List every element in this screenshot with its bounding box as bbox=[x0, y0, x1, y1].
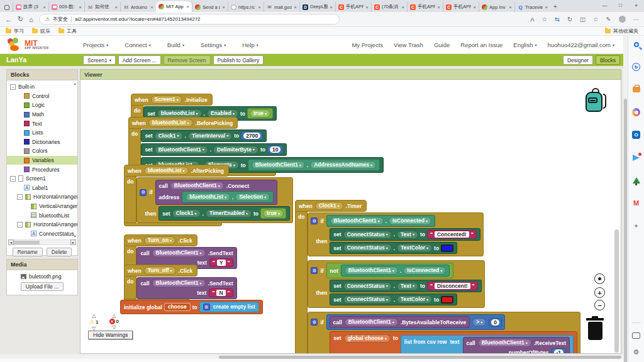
sync-icon[interactable]: ⇆ bbox=[555, 16, 560, 23]
dropdown[interactable]: BluetoothClient1▾ bbox=[155, 146, 208, 154]
add-app-icon[interactable]: + bbox=[631, 221, 641, 230]
tab-close-icon[interactable]: × bbox=[43, 4, 46, 10]
sidebar-settings-icon[interactable]: ⚙ bbox=[631, 348, 641, 357]
tree-app-icon[interactable] bbox=[631, 175, 641, 185]
dropdown[interactable]: TextColor▾ bbox=[397, 244, 432, 252]
browser-tab[interactable]: ✉mail.goo× bbox=[264, 2, 299, 12]
mutator-gear-icon[interactable]: ⚙ bbox=[311, 267, 318, 274]
call-receivetext-block[interactable]: callBluetoothClient1▾.ReceiveText number… bbox=[463, 337, 570, 354]
remove-screen-button[interactable]: Remove Screen bbox=[164, 55, 211, 65]
browser-tab[interactable]: MArduino× bbox=[120, 2, 156, 12]
tab-close-icon[interactable]: × bbox=[473, 4, 476, 10]
menu-settings[interactable]: Settings▾ bbox=[201, 41, 226, 48]
dropdown[interactable]: TimerEnabled▾ bbox=[206, 209, 252, 217]
set-property-block[interactable]: setClock1▾.TimerEnabled▾totrue▾ bbox=[158, 206, 290, 221]
palette-item-variables-selected[interactable]: Variables bbox=[7, 156, 77, 165]
tree-item-bluetoothlist[interactable]: bluetoothList bbox=[7, 211, 77, 220]
browser-tab[interactable]: 故弄 (3× bbox=[13, 2, 48, 12]
new-tab-button[interactable]: + bbox=[550, 2, 560, 12]
tab-close-icon[interactable]: × bbox=[186, 4, 189, 9]
browser-tab[interactable]: M如何使× bbox=[84, 2, 120, 12]
color-block-red[interactable] bbox=[441, 296, 453, 304]
dropdown[interactable]: bluetoothList▾ bbox=[144, 167, 189, 175]
event-block-header[interactable]: whenbluetoothList▾.AfterPicking bbox=[124, 165, 229, 177]
upload-file-button[interactable]: Upload File ... bbox=[21, 282, 64, 291]
tree-item-connectstatus[interactable]: AConnectStatus bbox=[7, 229, 77, 239]
dropdown[interactable]: BluetoothClient1▾ bbox=[330, 217, 384, 225]
number-block[interactable]: 10 bbox=[267, 145, 283, 154]
browser-tab[interactable]: C(70条消× bbox=[371, 2, 407, 12]
dropdown[interactable]: BluetoothClient1▾ bbox=[345, 318, 398, 326]
dropdown[interactable]: BluetoothClient1▾ bbox=[170, 182, 224, 190]
dropdown[interactable]: BluetoothClient1▾ bbox=[345, 266, 398, 275]
text-string-block[interactable]: "Concented!" bbox=[427, 230, 477, 239]
palette-item-control[interactable]: Control bbox=[7, 92, 77, 101]
browser-tab-active[interactable]: MIT App× bbox=[156, 1, 192, 12]
initialize-global-block[interactable]: initialize globalchooseto⚙create empty l… bbox=[120, 300, 263, 314]
set-property-block[interactable]: setBluetoothClient1▾.DelimiterByte▾to10 bbox=[141, 143, 287, 156]
scroll-up-icon[interactable]: ▲ bbox=[74, 82, 77, 85]
set-property-block[interactable]: setConnectStatus▾.TextColor▾to bbox=[330, 293, 457, 305]
mutator-gear-icon[interactable]: ⚙ bbox=[311, 319, 318, 326]
event-block-header[interactable]: whenClock1▾.Timer bbox=[295, 200, 367, 212]
tab-close-icon[interactable]: × bbox=[258, 4, 261, 10]
set-property-block[interactable]: setClock1▾.TimerInterval▾to2700 bbox=[141, 129, 267, 142]
gmail-icon[interactable]: M bbox=[631, 198, 641, 207]
trash-can-icon[interactable] bbox=[586, 316, 604, 343]
center-blocks-icon[interactable] bbox=[594, 273, 605, 284]
if-block[interactable]: ⚙if callBluetoothClient1▾.BytesAvailable… bbox=[308, 312, 580, 354]
dropdown[interactable]: bluetoothList▾ bbox=[148, 119, 193, 127]
palette-item-colors[interactable]: Colors bbox=[7, 146, 77, 156]
collapse-icon[interactable]: - bbox=[10, 84, 16, 90]
dropdown[interactable]: BluetoothClient1▾ bbox=[152, 249, 206, 257]
dropdown[interactable]: Clock1▾ bbox=[315, 202, 343, 210]
list-from-csv-block[interactable]: list from csv rowtext callBluetoothClien… bbox=[401, 335, 574, 354]
search-icon[interactable] bbox=[631, 40, 641, 49]
menu-help[interactable]: Help▾ bbox=[242, 41, 258, 48]
if-block[interactable]: ⚙if callBluetoothClient1▾.Connect addres… bbox=[136, 177, 293, 223]
event-block-header[interactable]: whenTurn_on▾.Click bbox=[124, 234, 197, 246]
appinventor-logo[interactable]: MITAPP INVENTOR bbox=[8, 38, 48, 52]
color-block-blue[interactable] bbox=[441, 244, 453, 252]
call-sendtext-block[interactable]: callBluetoothClient1▾.SendText text"N" bbox=[136, 277, 236, 299]
if-block[interactable]: ⚙ifBluetoothClient1▾.IsConnected▾ then s… bbox=[308, 212, 483, 256]
dropdown[interactable]: global choose▾ bbox=[344, 334, 391, 343]
tree-item-vertical-arrangement[interactable]: VerticalArrangemen bbox=[7, 202, 77, 211]
hide-warnings-button[interactable]: Hide Warnings bbox=[88, 331, 133, 339]
bookmark-folder[interactable]: 工具 bbox=[58, 28, 77, 35]
event-block-header[interactable]: whenTurn_off▾.Click bbox=[124, 265, 197, 277]
dropdown[interactable]: BluetoothClient1▾ bbox=[152, 279, 206, 287]
browser-tab[interactable]: 009-数:× bbox=[48, 2, 84, 12]
dropdown[interactable]: Clock1▾ bbox=[155, 132, 183, 140]
refresh-icon[interactable]: ↻ bbox=[18, 15, 23, 23]
warning-counter[interactable]: △ ⚠1 ▽ bbox=[89, 313, 99, 331]
event-block-header[interactable]: whenbluetoothList▾.BeforePicking bbox=[128, 117, 238, 129]
dropdown[interactable]: BluetoothClient1▾ bbox=[478, 339, 531, 347]
arrow-up-icon[interactable]: △ bbox=[92, 313, 96, 319]
canvas-scrollbar[interactable] bbox=[614, 229, 619, 353]
browser-tab[interactable]: QTracevie× bbox=[514, 2, 550, 12]
tab-close-icon[interactable]: × bbox=[365, 4, 369, 10]
palette-horizont al-scrollbar[interactable]: ◄ ► bbox=[8, 239, 76, 245]
dropdown[interactable]: ConnectStatus▾ bbox=[343, 282, 392, 290]
outlook-icon[interactable]: O bbox=[631, 130, 641, 140]
tab-close-icon[interactable]: × bbox=[509, 4, 512, 10]
designer-button[interactable]: Designer bbox=[563, 55, 593, 65]
set-variable-block[interactable]: setglobal choose▾to list from csv rowtex… bbox=[330, 331, 577, 354]
browser-tab[interactable]: Send a c× bbox=[192, 2, 228, 12]
tab-close-icon[interactable]: × bbox=[114, 4, 118, 10]
tab-close-icon[interactable]: × bbox=[401, 4, 404, 10]
add-favorite-icon[interactable]: ☆ bbox=[542, 16, 548, 23]
minimize-button[interactable]: — bbox=[597, 0, 613, 12]
tab-close-icon[interactable]: × bbox=[79, 4, 82, 10]
designer-icon[interactable] bbox=[631, 107, 641, 117]
back-icon[interactable]: ← bbox=[5, 16, 12, 23]
close-button[interactable]: × bbox=[628, 0, 644, 12]
view-trash-link[interactable]: View Trash bbox=[394, 41, 423, 48]
block-initialize-global-choose[interactable]: initialize globalchooseto⚙create empty l… bbox=[120, 300, 263, 314]
error-counter[interactable]: △ ×0 ▽ bbox=[109, 313, 119, 331]
add-screen-button[interactable]: Add Screen ... bbox=[118, 55, 161, 65]
math-compare-block[interactable]: callBluetoothClient1▾.BytesAvailableToRe… bbox=[326, 314, 505, 330]
url-text[interactable]: ai2.appinventor.mit.edu/?locale=en#48714… bbox=[75, 16, 201, 22]
tab-close-icon[interactable]: × bbox=[545, 4, 548, 10]
